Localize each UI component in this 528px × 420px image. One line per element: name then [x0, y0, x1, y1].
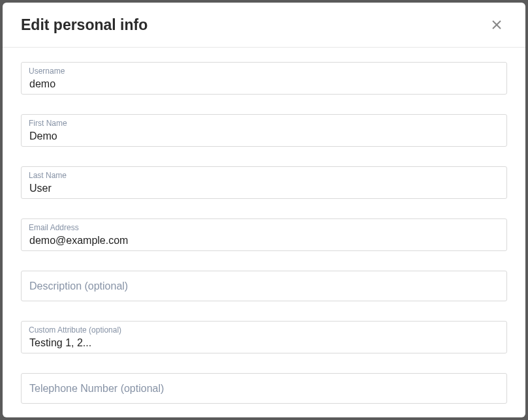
- email-input[interactable]: [21, 218, 507, 251]
- first-name-input[interactable]: [21, 114, 507, 147]
- description-input[interactable]: [21, 271, 507, 301]
- description-field: [21, 271, 507, 301]
- edit-personal-info-modal: Edit personal info Username First Name L…: [3, 3, 525, 417]
- username-field: Username: [21, 62, 507, 95]
- telephone-input[interactable]: [21, 373, 507, 404]
- modal-body: Username First Name Last Name Email Addr…: [3, 48, 525, 417]
- modal-title: Edit personal info: [21, 16, 148, 34]
- email-field: Email Address: [21, 218, 507, 251]
- custom-attribute-input[interactable]: [21, 321, 507, 353]
- last-name-field: Last Name: [21, 166, 507, 199]
- username-input[interactable]: [21, 62, 507, 95]
- close-icon: [491, 20, 502, 30]
- last-name-input[interactable]: [21, 166, 507, 199]
- close-button[interactable]: [486, 14, 507, 35]
- custom-attribute-field: Custom Attribute (optional): [21, 321, 507, 353]
- telephone-field: [21, 373, 507, 404]
- first-name-field: First Name: [21, 114, 507, 147]
- modal-header: Edit personal info: [3, 3, 525, 48]
